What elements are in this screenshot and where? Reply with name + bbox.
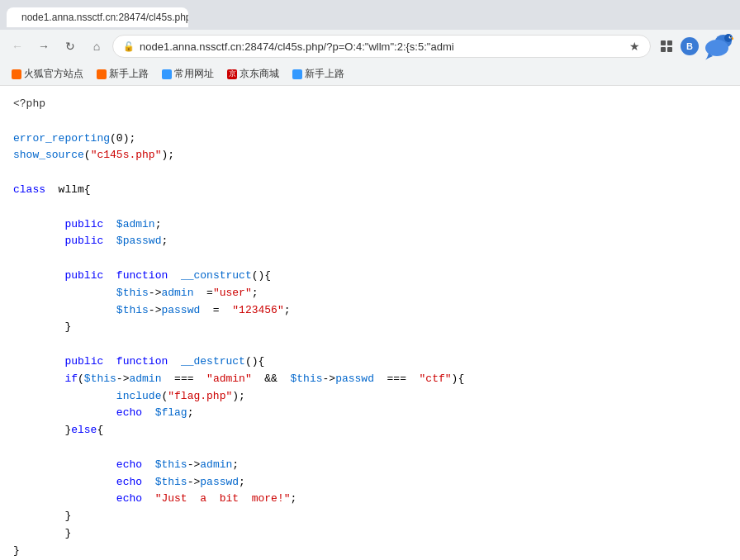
nav-icons: B [656,31,733,61]
extensions-button[interactable] [656,36,677,57]
bookmark-favicon-4: 京 [227,69,237,79]
php-open-tag: <?php [13,96,727,113]
code-construct-close: } [13,319,727,336]
bookmark-label-1: 火狐官方站点 [24,67,83,81]
code-else-close: } [13,508,727,525]
active-tab[interactable]: node1.anna.nssctf.cn:28474/cl45s.php/?p=… [7,7,188,27]
code-destruct-decl: public function __destruct(){ [13,354,727,371]
bookmark-favicon-3 [162,69,172,79]
code-prop-admin: public $admin; [13,216,727,234]
bird-decoration [700,31,733,61]
address-bar[interactable]: 🔓 node1.anna.nssctf.cn:28474/cl45s.php/?… [112,35,651,58]
bookmark-firefox[interactable]: 火狐官方站点 [7,65,88,83]
code-echo-passwd: echo $this->passwd; [13,474,727,491]
lock-icon: 🔓 [123,41,135,52]
code-if-stmt: if($this->admin === "admin" && $this->pa… [13,371,727,388]
page-content: <?php error_reporting(0); show_source("c… [0,86,740,560]
bookmark-label-5: 新手上路 [305,67,344,81]
bookmark-favicon-2 [97,69,107,79]
code-class-decl: class wllm{ [13,182,727,199]
bookmark-newuser2[interactable]: 新手上路 [287,65,349,83]
code-line-blank [13,113,727,131]
code-prop-passwd: public $passwd; [13,233,727,250]
forward-button[interactable]: → [33,36,55,57]
bookmark-label-2: 新手上路 [109,67,149,81]
code-construct-admin: $this->admin ="user"; [13,285,727,302]
code-blank-3 [13,199,727,216]
code-show-source: show_source("c145s.php"); [13,147,727,164]
code-destruct-close: } [13,525,727,543]
nav-bar: ← → ↻ ⌂ 🔓 node1.anna.nssctf.cn:28474/cl4… [0,30,740,63]
bookmarks-bar: 火狐官方站点 新手上路 常用网址 京 京东商城 新手上路 [0,63,740,86]
svg-marker-6 [732,37,733,40]
svg-point-5 [724,34,733,42]
svg-point-8 [730,36,732,38]
reload-button[interactable]: ↻ [59,36,81,57]
bookmark-jd[interactable]: 京 京东商城 [222,65,284,83]
bookmark-label-3: 常用网址 [174,67,214,81]
browser-window: node1.anna.nssctf.cn:28474/cl45s.php/?p=… [0,0,740,560]
svg-rect-3 [667,47,672,52]
code-echo-more: echo "Just a bit more!"; [13,491,727,508]
bookmark-newuser1[interactable]: 新手上路 [92,65,154,83]
bookmark-favicon-5 [292,69,302,79]
code-blank-4 [13,250,727,268]
svg-rect-1 [667,40,672,45]
code-error-reporting: error_reporting(0); [13,131,727,148]
svg-rect-2 [661,47,666,52]
home-button[interactable]: ⌂ [86,36,107,57]
url-text: node1.anna.nssctf.cn:28474/cl45s.php/?p=… [140,40,624,53]
code-echo-flag: echo $flag; [13,405,727,422]
code-construct-decl: public function __construct(){ [13,268,727,285]
profile-area[interactable]: B [681,31,733,61]
tab-bar: node1.anna.nssctf.cn:28474/cl45s.php/?p=… [0,0,740,30]
star-icon[interactable]: ★ [629,40,640,53]
bookmark-label-4: 京东商城 [240,67,279,81]
code-echo-admin: echo $this->admin; [13,457,727,474]
code-class-close: } [13,543,727,560]
code-construct-passwd: $this->passwd = "123456"; [13,302,727,320]
bookmark-common[interactable]: 常用网址 [157,65,219,83]
code-blank-2 [13,164,727,182]
code-blank-5 [13,336,727,354]
bookmark-favicon-1 [12,69,21,79]
tab-title: node1.anna.nssctf.cn:28474/cl45s.php/?p=… [21,12,188,23]
svg-rect-0 [661,40,666,45]
code-blank-6 [13,439,727,457]
back-button[interactable]: ← [7,36,28,57]
code-include: include("flag.php"); [13,388,727,406]
code-else: }else{ [13,422,727,439]
